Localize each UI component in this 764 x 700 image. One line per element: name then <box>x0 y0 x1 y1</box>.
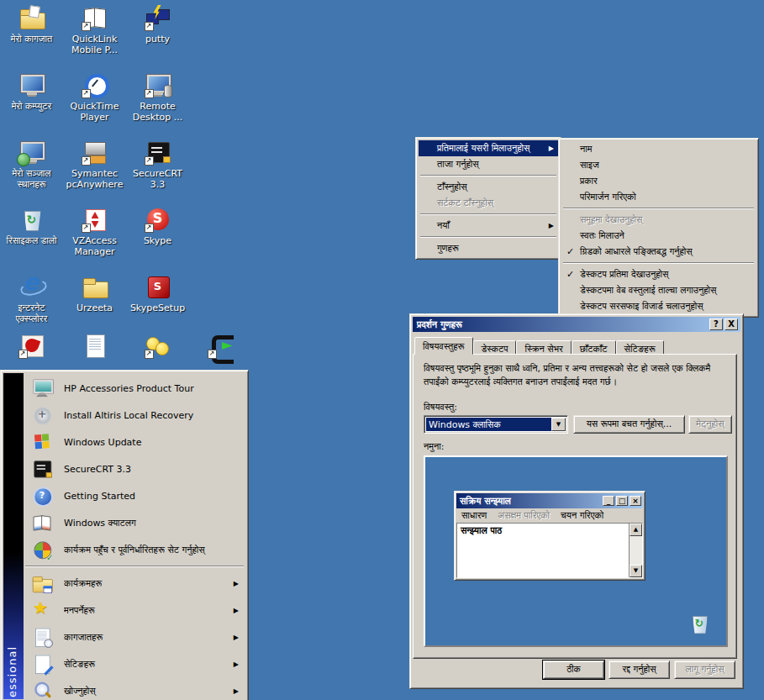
menu-item-by-type[interactable]: प्रकार <box>561 173 756 189</box>
desktop-icon-internet-explorer[interactable]: इन्टरनेट एक्स्प्लोरर <box>0 273 63 324</box>
menu-item-label: डेस्कटप सरसफाइ विजार्ड चलाउनुहोस् <box>580 301 703 312</box>
sample-scrollbar: ▲ ▼ <box>629 524 642 577</box>
menu-item-show-desktop-icons[interactable]: डेस्कटप प्रतिमा देखाउनुहोस्✓ <box>561 266 756 282</box>
start-menu-item-programs[interactable]: कार्यक्रमहरू▶ <box>24 570 245 597</box>
menu-item-label: नयाँ <box>437 220 450 231</box>
desktop-icon-label: Urzeeta <box>76 303 113 313</box>
remote-desktop-icon <box>145 71 171 98</box>
desktop-icon-remote-desktop[interactable]: Remote Desktop ... <box>126 71 189 123</box>
desktop-icon-vzaccess-manager[interactable]: VZAccess Manager <box>63 206 126 257</box>
desktop-icon-symantec-pcanywhere[interactable]: Symantec pcAnywhere <box>63 139 126 190</box>
menu-item-lock-web-items[interactable]: डेस्कटपमा वेब वस्तुलाई ताल्चा लगाउनुहोस् <box>561 282 756 298</box>
desktop-icon-securecrt-3-3[interactable]: SecureCRT 3.3 <box>126 139 189 190</box>
menu-item-properties[interactable]: गुणहरू <box>419 240 558 256</box>
submenu-arrow-icon: ▶ <box>234 580 239 587</box>
desktop-icon-label: Remote Desktop ... <box>128 101 188 123</box>
close-icon[interactable]: X <box>724 318 738 330</box>
checkmark-icon: ✓ <box>566 266 574 282</box>
menu-item-auto-arrange[interactable]: स्वतः मिलाउने <box>561 228 756 244</box>
menu-item-label: साइज <box>580 160 599 171</box>
desktop-icon-notes-document[interactable] <box>63 332 126 361</box>
recycle-bin-icon <box>688 612 712 636</box>
desktop-icon-my-documents[interactable]: मेरो कागजात <box>0 4 63 45</box>
securecrt-3-3-icon <box>145 139 171 166</box>
shortcut-arrow-icon <box>145 22 154 31</box>
help-button[interactable]: ? <box>709 318 723 330</box>
save-as-button[interactable]: यस रूपमा बचत गर्नुहोस्... <box>573 415 685 434</box>
tab-themes[interactable]: विषयवस्तुहरू <box>414 337 473 355</box>
start-menu-item-favorites[interactable]: मनपर्नेहरू▶ <box>24 597 245 624</box>
start-menu-item-search[interactable]: खोज्नुहोस्▶ <box>24 677 245 700</box>
start-menu-item-label: कार्यक्रम पहुँच र पूर्वनिर्धारितहरू सेट … <box>64 545 239 555</box>
start-menu-item-windows-catalog[interactable]: Windows क्याटलग <box>24 509 245 536</box>
desktop: { "desktop": { "background_color": "#417… <box>0 0 764 700</box>
dialog-titlebar: प्रदर्शन गुणहरू ? X <box>413 317 740 332</box>
favorites-icon <box>31 599 53 621</box>
menu-separator <box>420 213 556 215</box>
menu-item-new[interactable]: नयाँ▶ <box>419 218 558 234</box>
menu-item-paste[interactable]: टाँस्नुहोस् <box>419 179 558 195</box>
urzeeta-icon <box>82 273 108 300</box>
start-menu-item-install-altiris-local-recovery[interactable]: Install Altiris Local Recovery <box>24 402 245 429</box>
menu-item-label: डेस्कटपमा वेब वस्तुलाई ताल्चा लगाउनुहोस् <box>580 285 716 296</box>
start-menu-item-label: SecureCRT 3.3 <box>64 464 239 475</box>
start-menu-item-label: कार्यक्रमहरू <box>64 578 224 589</box>
sample-menu-normal: साधारण <box>461 510 487 521</box>
start-menu-item-getting-started[interactable]: Getting Started <box>24 482 245 509</box>
shortcut-arrow-icon <box>145 350 154 359</box>
desktop-icon-recycle-bin[interactable]: रिसाइकल डालो <box>0 206 63 246</box>
sample-window: सक्रिय सन्झ्याल _ □ × साधारणअसक्षम पारिए… <box>454 491 645 581</box>
menu-item-by-size[interactable]: साइज <box>561 157 756 173</box>
menu-item-desktop-cleanup-wizard[interactable]: डेस्कटप सरसफाइ विजार्ड चलाउनुहोस् <box>561 298 756 314</box>
menu-separator <box>420 175 556 176</box>
theme-dropdown[interactable]: Windows क्लासिक ▼ <box>424 415 568 434</box>
submenu-arrow-icon: ▶ <box>234 661 239 668</box>
desktop-icon-skypesetup[interactable]: SkypeSetup <box>126 273 189 313</box>
desktop-icon-connect-tool[interactable] <box>189 332 252 361</box>
shortcut-arrow-icon <box>208 350 217 359</box>
menu-item-by-name[interactable]: नाम <box>561 141 756 157</box>
desktop-icon-label: रिसाइकल डालो <box>6 235 56 246</box>
desktop-icon-putty[interactable]: putty <box>126 4 189 45</box>
scroll-down-icon: ▼ <box>630 565 642 577</box>
menu-item-label: स्वतः मिलाउने <box>580 230 624 241</box>
desktop-icon-label: इन्टरनेट एक्स्प्लोरर <box>2 303 62 324</box>
desktop-icon-label: मेरो सञ्जाल स्थानहरू <box>2 168 62 190</box>
desktop-icon-my-computer[interactable]: मेरो कम्प्युटर <box>0 71 63 112</box>
menu-item-refresh[interactable]: ताजा गर्नुहोस् <box>419 156 558 172</box>
menu-item-label: समूहमा देखाउनुहोस् <box>580 214 642 225</box>
desktop-icon-quicktime-player[interactable]: QuickTime Player <box>63 71 126 123</box>
themes-tab-panel: विषयवस्तु पृष्ठभूमि हुनुका साथै ध्वनि, प… <box>413 354 737 659</box>
checkmark-icon: ✓ <box>566 244 574 260</box>
desktop-icon-yahoo-messenger[interactable] <box>126 332 189 361</box>
start-menu-item-hp-accessories-product-tour[interactable]: HP Accessories Product Tour <box>24 375 245 402</box>
start-menu-item-label: Install Altiris Local Recovery <box>64 410 239 421</box>
start-menu-item-label: Windows Update <box>64 437 239 448</box>
maximize-icon: □ <box>616 496 628 506</box>
start-menu-item-windows-update[interactable]: Windows Update <box>24 429 245 455</box>
desktop-icon-acrobat[interactable] <box>0 332 63 361</box>
desktop-icon-skype[interactable]: Skype <box>126 206 189 246</box>
desktop-icon-my-network-places[interactable]: मेरो सञ्जाल स्थानहरू <box>0 139 63 190</box>
skypesetup-icon <box>145 273 171 300</box>
menu-item-arrange-icons-by[interactable]: प्रतिमालाई यसरी मिलाउनुहोस्▶ <box>419 140 558 156</box>
menu-item-align-to-grid[interactable]: ग्रिडको आधारले पङ्क्तिबद्ध गर्नुहोस्✓ <box>561 244 756 260</box>
submenu-arrow-icon: ▶ <box>234 634 239 641</box>
desktop-icon-urzeeta[interactable]: Urzeeta <box>63 273 126 313</box>
internet-explorer-icon <box>18 273 45 300</box>
start-menu-item-securecrt-3-3[interactable]: SecureCRT 3.3 <box>24 455 245 482</box>
cancel-button[interactable]: रद्द गर्नुहोस् <box>609 661 670 679</box>
desktop-icon-quicklink-mobile[interactable]: QuickLink Mobile P... <box>63 4 126 55</box>
ok-button[interactable]: ठीक <box>543 661 604 679</box>
theme-description: विषयवस्तु पृष्ठभूमि हुनुका साथै ध्वनि, प… <box>424 362 730 389</box>
connect-tool-icon <box>208 332 234 359</box>
delete-button: मेट्नुहोस् <box>688 415 732 434</box>
start-menu-item-set-program-access-and-defaults[interactable]: कार्यक्रम पहुँच र पूर्वनिर्धारितहरू सेट … <box>24 536 245 563</box>
menu-item-by-modified[interactable]: परिमार्जन गरिएको <box>561 189 756 205</box>
start-menu-item-settings[interactable]: सेटिङहरू▶ <box>24 650 245 677</box>
submenu-arrow-icon: ▶ <box>234 687 239 695</box>
quicklink-mobile-icon <box>82 4 108 31</box>
dropdown-arrow-icon[interactable]: ▼ <box>551 418 566 431</box>
start-menu-item-documents[interactable]: कागजातहरू▶ <box>24 624 245 650</box>
search-icon <box>31 680 53 700</box>
